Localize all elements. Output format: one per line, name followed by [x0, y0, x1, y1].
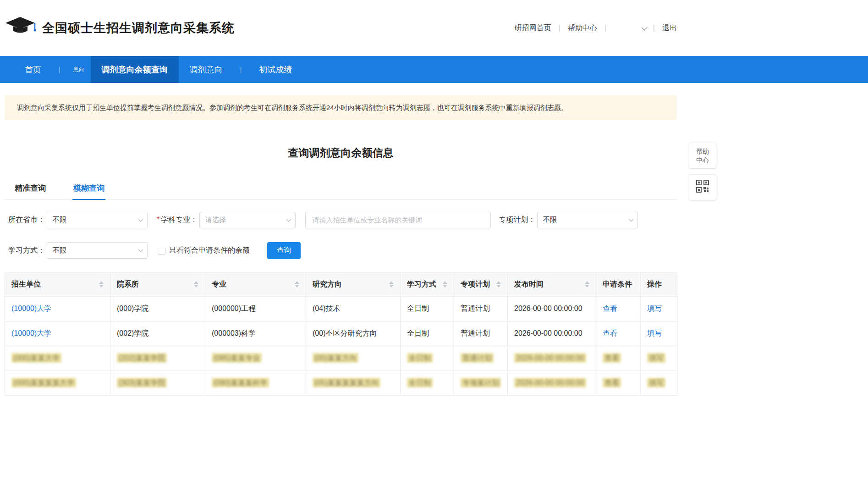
chevron-down-icon [138, 247, 143, 252]
major-cell: (000003)科学 [212, 329, 256, 337]
app-title: 全国硕士生招生调剂意向采集系统 [42, 20, 235, 36]
app-header: 全国硕士生招生调剂意向采集系统 研招网首页 | 帮助中心 | | 退出 [0, 0, 868, 56]
help-center-widget[interactable]: 帮助 中心 [689, 143, 716, 169]
view-condition-link[interactable]: 查看 [603, 353, 621, 363]
major-cell: (090)某某某科学 [212, 378, 269, 387]
chevron-down-icon [641, 24, 647, 30]
col-department: 院系所 [110, 272, 205, 296]
nav-adjust-intent[interactable]: 调剂意向 [179, 56, 234, 83]
tab-precise-query[interactable]: 精准查询 [14, 178, 47, 199]
table-row-redacted: (000)某某某某大学 (303)某某学院 (090)某某某科学 (05)某某某… [5, 371, 677, 395]
fill-intent-link[interactable]: 填写 [647, 329, 662, 337]
subject-select[interactable]: 请选择 [199, 212, 296, 228]
plan-select[interactable]: 不限 [537, 212, 638, 228]
graduation-cap-logo-icon [5, 16, 36, 40]
plan-label: 专项计划： [499, 215, 535, 225]
unit-link[interactable]: (000)某某某某大学 [11, 378, 76, 387]
nav-intent-small[interactable]: 意向 [67, 56, 91, 83]
sort-icon[interactable] [99, 281, 104, 288]
study-mode-label: 学习方式： [8, 246, 45, 255]
major-cell: (000000)工程 [212, 304, 256, 312]
sort-icon[interactable] [496, 281, 501, 288]
divider: | [559, 24, 560, 32]
col-unit: 招生单位 [5, 272, 110, 296]
department-cell: (303)某某学院 [117, 378, 167, 387]
filter-row-2: 学习方式： 不限 只看符合申请条件的余额 查询 [5, 242, 677, 259]
notice-banner: 调剂意向采集系统仅用于招生单位提前掌握考生调剂意愿情况。参加调剂的考生可在调剂服… [5, 95, 677, 120]
study-mode-cell: 全日制 [407, 353, 433, 363]
floating-widgets: 帮助 中心 [689, 143, 716, 206]
province-select-value: 不限 [53, 216, 66, 224]
help-widget-line2: 中心 [696, 156, 709, 164]
nav-initial-score[interactable]: 初试成绩 [248, 56, 303, 83]
province-label: 所在省市： [8, 215, 45, 225]
direction-cell: (04)技术 [313, 304, 340, 312]
direction-cell: (00)某某方向 [313, 353, 358, 363]
col-apply-condition: 申请条件 [596, 272, 641, 296]
divider: | [234, 56, 248, 83]
main-nav: 首页 | 意向 调剂意向余额查询 调剂意向 | 初试成绩 [0, 56, 868, 83]
major-cell: (085)某某专业 [212, 353, 262, 363]
only-eligible-label: 只看符合申请条件的余额 [169, 246, 250, 255]
qr-code-icon [696, 180, 709, 194]
publish-time-cell: 2026-00-00 00:00:00 [514, 378, 586, 387]
results-table: 招生单位 院系所 专业 研究方向 学习方式 专项计划 发布时间 申请条件 操作 … [5, 272, 677, 396]
study-mode-select[interactable]: 不限 [47, 242, 148, 259]
view-condition-link[interactable]: 查看 [603, 329, 617, 337]
qr-code-widget[interactable] [689, 174, 716, 200]
table-row-redacted: (000)某某大学 (202)某某学院 (085)某某专业 (00)某某方向 全… [5, 346, 677, 371]
table-header-row: 招生单位 院系所 专业 研究方向 学习方式 专项计划 发布时间 申请条件 操作 [5, 272, 677, 296]
sort-icon[interactable] [585, 281, 589, 288]
link-help-center[interactable]: 帮助中心 [568, 23, 597, 33]
unit-link[interactable]: (10000)大学 [11, 304, 51, 312]
chevron-down-icon [138, 216, 143, 221]
direction-cell: (00)不区分研究方向 [313, 329, 377, 337]
study-mode-cell: 全日制 [407, 378, 433, 387]
search-button[interactable]: 查询 [267, 242, 301, 259]
chevron-down-icon [286, 216, 291, 221]
main-content: 查询调剂意向余额信息 精准查询 模糊查询 所在省市： 不限 *学科专业： 请选择… [5, 146, 677, 396]
unit-link[interactable]: (10000)大学 [11, 329, 51, 337]
col-major: 专业 [205, 272, 306, 296]
publish-time-cell: 2026-00-00 00:00:00 [514, 304, 582, 312]
table-row: (10000)大学 (002)学院 (000003)科学 (00)不区分研究方向… [5, 321, 677, 346]
department-cell: (002)学院 [117, 329, 148, 337]
nav-balance-query[interactable]: 调剂意向余额查询 [91, 56, 179, 83]
link-logout[interactable]: 退出 [662, 23, 677, 33]
user-menu[interactable] [614, 26, 646, 30]
link-yanzhao-home[interactable]: 研招网首页 [515, 23, 551, 33]
col-operation: 操作 [641, 272, 677, 296]
fill-intent-link[interactable]: 填写 [647, 378, 665, 387]
sort-icon[interactable] [194, 281, 198, 288]
plan-cell: 普通计划 [461, 304, 490, 312]
view-condition-link[interactable]: 查看 [603, 304, 617, 312]
study-mode-select-value: 不限 [53, 246, 66, 255]
col-publish-time: 发布时间 [508, 272, 596, 296]
sort-icon[interactable] [443, 281, 447, 288]
only-eligible-checkbox[interactable] [158, 247, 165, 255]
view-condition-link[interactable]: 查看 [603, 378, 621, 387]
province-select[interactable]: 不限 [47, 212, 148, 228]
required-asterisk: * [157, 216, 159, 223]
unit-link[interactable]: (000)某某大学 [11, 353, 61, 363]
plan-cell: 普通计划 [461, 329, 490, 337]
plan-cell: 专项某计划 [461, 378, 501, 387]
fill-intent-link[interactable]: 填写 [647, 353, 665, 363]
divider: | [653, 24, 655, 32]
sort-icon[interactable] [295, 281, 299, 288]
publish-time-cell: 2026-00-00 00:00:00 [514, 329, 582, 337]
tab-fuzzy-query[interactable]: 模糊查询 [72, 178, 105, 199]
fill-intent-link[interactable]: 填写 [647, 304, 662, 312]
department-cell: (202)某某学院 [117, 353, 167, 363]
col-direction: 研究方向 [306, 272, 401, 296]
sort-icon[interactable] [389, 281, 394, 288]
help-widget-line1: 帮助 [696, 147, 709, 155]
col-study-mode: 学习方式 [401, 272, 454, 296]
subject-label: *学科专业： [157, 215, 198, 225]
plan-select-value: 不限 [543, 216, 557, 224]
department-cell: (000)学院 [117, 304, 148, 312]
keyword-input[interactable] [305, 212, 491, 228]
page-title: 查询调剂意向余额信息 [5, 146, 677, 160]
filter-row-1: 所在省市： 不限 *学科专业： 请选择 专项计划： 不限 [5, 212, 677, 228]
nav-home[interactable]: 首页 [14, 56, 52, 83]
